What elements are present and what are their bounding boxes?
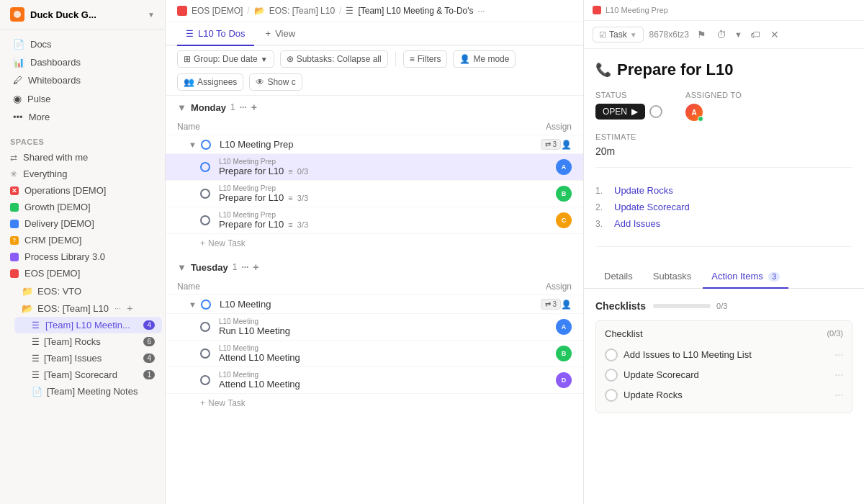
checklist-item-1-more[interactable]: ⋯ [834, 350, 843, 360]
tab-l10-todos[interactable]: ☰ L10 To Dos [177, 22, 254, 46]
sidebar-item-operations[interactable]: ✕ Operations [DEMO] [0, 182, 165, 199]
l10-meeting-collapse[interactable]: ▼ [189, 300, 197, 309]
sidebar-item-eos-demo[interactable]: EOS [DEMO] [0, 265, 165, 282]
l10-meeting-prep-group-row[interactable]: ▼ L10 Meeting Prep ⇄ 3 👤 [166, 135, 583, 154]
sidebar-item-team-rocks[interactable]: ☰ [Team] Rocks 6 [12, 333, 165, 350]
close-icon[interactable]: ✕ [768, 27, 781, 42]
filter-icon: ≡ [410, 54, 415, 64]
ordered-link-1[interactable]: Update Rocks [614, 185, 673, 196]
sidebar-item-team-meeting-notes[interactable]: 📄 [Team] Meeting Notes [12, 383, 165, 400]
run-l10-check[interactable] [200, 322, 210, 332]
sidebar-item-team-issues[interactable]: ☰ [Team] Issues 4 [12, 350, 165, 366]
task-type-badge[interactable]: ☑ Task ▼ [593, 27, 644, 42]
checklist-item-1[interactable]: Add Issues to L10 Meeting List ⋯ [605, 345, 843, 365]
checklist-item-2-more[interactable]: ⋯ [834, 370, 843, 380]
sidebar-item-whiteboards[interactable]: 🖊 Whiteboards [3, 71, 162, 89]
checklist-item-3-more[interactable]: ⋯ [834, 390, 843, 400]
panel-tab-action-items[interactable]: Action Items 3 [703, 265, 788, 289]
sidebar-item-team-scorecard[interactable]: ☰ [Team] Scorecard 1 [12, 366, 165, 383]
assignee-avatar[interactable]: A [685, 104, 703, 121]
status-check-circle[interactable] [649, 105, 662, 118]
sidebar-item-process-lib[interactable]: Process Library 3.0 [0, 248, 165, 265]
l10-meeting-assign-icon[interactable]: 👤 [561, 300, 572, 310]
attend-l10-1-area: L10 Meeting Attend L10 Meeting [219, 344, 556, 363]
assignees-button[interactable]: 👥 Assignees [177, 73, 243, 91]
toolbar: ⊞ Group: Due date ▼ ⊛ Subtasks: Collapse… [166, 46, 583, 96]
sidebar-item-docs[interactable]: 📄 Docs [3, 35, 162, 53]
filters-button[interactable]: ≡ Filters [403, 50, 448, 68]
clock-icon[interactable]: ⏱ [714, 27, 729, 42]
me-mode-button[interactable]: 👤 Me mode [453, 50, 516, 68]
checklist-item-3[interactable]: Update Rocks ⋯ [605, 385, 843, 405]
prepare-l10-1-row[interactable]: L10 Meeting Prep Prepare for L10 ≡ 0/3 A [166, 154, 583, 181]
sidebar-item-crm[interactable]: ? CRM [DEMO] [0, 232, 165, 248]
attend-l10-1-check[interactable] [200, 348, 210, 359]
subtasks-button[interactable]: ⊛ Subtasks: Collapse all [280, 50, 388, 68]
breadcrumb-item-1[interactable]: EOS [DEMO] [192, 6, 243, 16]
attend-l10-1-row[interactable]: L10 Meeting Attend L10 Meeting B [166, 341, 583, 367]
monday-add-icon[interactable]: + [251, 102, 257, 113]
l10-prep-collapse[interactable]: ▼ [189, 140, 197, 149]
task-id: 8678x6tz3 [649, 30, 689, 40]
ellipsis-icon[interactable]: ··· [114, 304, 121, 312]
run-l10-row[interactable]: L10 Meeting Run L10 Meeting A [166, 314, 583, 341]
status-arrow: ▶ [631, 107, 638, 117]
tab-add-view[interactable]: + View [257, 22, 305, 46]
sidebar-item-shared[interactable]: ⇄ Shared with me [0, 149, 165, 166]
panel-tab-subtasks[interactable]: Subtasks [644, 265, 700, 289]
sidebar-item-pulse[interactable]: ◉ Pulse [3, 89, 162, 108]
sidebar-item-eos-team-l10[interactable]: 📂 EOS: [Team] L10 ··· + [12, 300, 165, 317]
attend-l10-2-check[interactable] [200, 375, 210, 385]
breadcrumb-more-icon[interactable]: ··· [478, 6, 485, 16]
run-l10-parent: L10 Meeting [219, 318, 556, 325]
tuesday-add-task[interactable]: + New Task [166, 394, 583, 413]
flag-icon[interactable]: ⚑ [695, 27, 708, 42]
eos-breadcrumb-icon [177, 6, 187, 16]
sidebar-item-dashboards[interactable]: 📊 Dashboards [3, 53, 162, 71]
workspace-chevron[interactable]: ▼ [148, 11, 155, 19]
tuesday-add-icon[interactable]: + [253, 261, 258, 273]
breadcrumb-item-3[interactable]: [Team] L10 Meeting & To-Do's [358, 6, 473, 16]
tuesday-more-icon[interactable]: ··· [241, 262, 248, 272]
checklist-item-1-check[interactable] [605, 348, 618, 361]
l10-prep-check[interactable] [201, 140, 211, 150]
workspace-header[interactable]: Duck Duck G... ▼ [0, 0, 165, 30]
checklist-item-2-check[interactable] [605, 369, 618, 382]
l10-prep-assign-icon[interactable]: 👤 [561, 140, 572, 150]
prepare-l10-2-row[interactable]: L10 Meeting Prep Prepare for L10 ≡ 3/3 B [166, 181, 583, 207]
attend-l10-2-row[interactable]: L10 Meeting Attend L10 Meeting D [166, 367, 583, 394]
show-button[interactable]: 👁 Show c [249, 73, 302, 91]
ordered-link-2[interactable]: Update Scorecard [614, 202, 690, 212]
prepare-l10-3-check[interactable] [200, 215, 210, 225]
ordered-link-3[interactable]: Add Issues [614, 218, 660, 229]
prepare-l10-1-parent: L10 Meeting Prep [219, 158, 556, 166]
sidebar-item-team-l10-meeting[interactable]: ☰ [Team] L10 Meetin... 4 [14, 317, 162, 333]
prepare-l10-1-check[interactable] [200, 162, 210, 172]
checklist-item-3-check[interactable] [605, 389, 618, 402]
tuesday-collapse-arrow[interactable]: ▼ [177, 262, 186, 273]
sidebar-item-eos-vto[interactable]: 📁 EOS: VTO [12, 283, 165, 300]
l10-meeting-group-row[interactable]: ▼ L10 Meeting ⇄ 3 👤 [166, 295, 583, 314]
l10-meeting-check[interactable] [201, 300, 211, 310]
status-button[interactable]: OPEN ▶ [595, 104, 645, 120]
sidebar-item-delivery[interactable]: Delivery [DEMO] [0, 215, 165, 232]
prepare-l10-1-avatar: A [556, 159, 572, 175]
monday-collapse-arrow[interactable]: ▼ [177, 102, 186, 113]
prepare-l10-2-check[interactable] [200, 189, 210, 199]
breadcrumb-list-icon: ☰ [346, 6, 354, 16]
sidebar-item-everything[interactable]: ✳ Everything [0, 166, 165, 182]
sidebar-item-growth[interactable]: Growth [DEMO] [0, 199, 165, 215]
panel-tab-details[interactable]: Details [595, 265, 642, 289]
add-icon[interactable]: + [127, 302, 132, 314]
sidebar-item-eos-label: EOS [DEMO] [24, 268, 80, 279]
tag-icon[interactable]: 🏷 [748, 27, 762, 42]
checklist-icon-2: ≡ [288, 194, 292, 202]
group-by-button[interactable]: ⊞ Group: Due date ▼ [177, 50, 274, 68]
checklist-item-2[interactable]: Update Scorecard ⋯ [605, 365, 843, 385]
prepare-l10-3-row[interactable]: L10 Meeting Prep Prepare for L10 ≡ 3/3 C [166, 207, 583, 234]
monday-more-icon[interactable]: ··· [240, 102, 247, 112]
sidebar-item-more[interactable]: ••• More [3, 108, 162, 126]
breadcrumb-item-2[interactable]: EOS: [Team] L10 [269, 6, 335, 16]
panel-tab-body: Checklists 0/3 Checklist (0/3) Add Issue… [584, 289, 864, 505]
monday-add-task[interactable]: + New Task [166, 234, 583, 253]
